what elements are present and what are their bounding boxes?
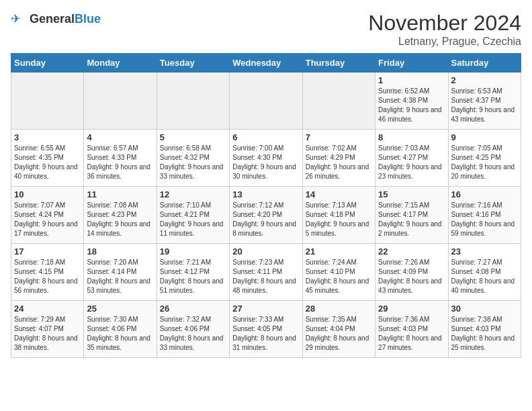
day-number: 20 [232,246,299,257]
calendar-cell: 10Sunrise: 7:07 AM Sunset: 4:24 PM Dayli… [11,187,84,244]
day-info: Sunrise: 7:00 AM Sunset: 4:30 PM Dayligh… [232,144,299,181]
svg-text:✈: ✈ [11,12,21,26]
calendar-cell: 7Sunrise: 7:02 AM Sunset: 4:29 PM Daylig… [302,130,375,187]
calendar-cell: 30Sunrise: 7:38 AM Sunset: 4:03 PM Dayli… [448,301,521,358]
day-header-wednesday: Wednesday [230,54,302,73]
calendar-cell: 20Sunrise: 7:23 AM Sunset: 4:11 PM Dayli… [230,244,302,301]
day-info: Sunrise: 6:58 AM Sunset: 4:32 PM Dayligh… [160,144,226,181]
day-info: Sunrise: 7:24 AM Sunset: 4:10 PM Dayligh… [306,258,372,295]
day-number: 19 [160,246,226,257]
calendar-cell: 1Sunrise: 6:52 AM Sunset: 4:38 PM Daylig… [375,73,448,130]
calendar-cell: 19Sunrise: 7:21 AM Sunset: 4:12 PM Dayli… [157,244,229,301]
calendar-cell: 5Sunrise: 6:58 AM Sunset: 4:32 PM Daylig… [157,130,229,187]
week-row-1: 1Sunrise: 6:52 AM Sunset: 4:38 PM Daylig… [11,73,521,130]
calendar-cell: 8Sunrise: 7:03 AM Sunset: 4:27 PM Daylig… [375,130,448,187]
calendar-cell [230,73,302,130]
day-info: Sunrise: 7:07 AM Sunset: 4:24 PM Dayligh… [14,201,81,238]
day-number: 2 [451,75,518,85]
day-info: Sunrise: 7:32 AM Sunset: 4:06 PM Dayligh… [160,315,226,353]
day-info: Sunrise: 7:03 AM Sunset: 4:27 PM Dayligh… [378,144,445,181]
day-number: 16 [451,189,518,199]
day-info: Sunrise: 7:16 AM Sunset: 4:16 PM Dayligh… [451,201,518,238]
day-info: Sunrise: 7:15 AM Sunset: 4:17 PM Dayligh… [378,201,445,238]
calendar-cell: 22Sunrise: 7:26 AM Sunset: 4:09 PM Dayli… [375,244,448,301]
day-number: 28 [306,304,372,314]
day-number: 11 [87,189,153,199]
day-header-tuesday: Tuesday [157,54,229,73]
calendar-cell: 29Sunrise: 7:36 AM Sunset: 4:03 PM Dayli… [375,301,448,358]
day-header-thursday: Thursday [302,54,375,73]
day-header-monday: Monday [84,54,157,73]
day-header-saturday: Saturday [448,54,521,73]
logo-general: General [30,12,75,26]
calendar-cell [302,73,375,130]
day-info: Sunrise: 7:13 AM Sunset: 4:18 PM Dayligh… [306,201,372,238]
day-number: 14 [306,189,372,199]
day-info: Sunrise: 7:33 AM Sunset: 4:05 PM Dayligh… [232,315,299,353]
day-header-friday: Friday [375,54,448,73]
day-number: 3 [14,132,81,142]
day-info: Sunrise: 7:30 AM Sunset: 4:06 PM Dayligh… [87,315,153,353]
calendar-cell [11,73,84,130]
day-number: 4 [87,132,153,142]
day-info: Sunrise: 6:53 AM Sunset: 4:37 PM Dayligh… [451,87,518,124]
calendar-cell [157,73,229,130]
day-number: 24 [14,304,81,314]
calendar-cell: 11Sunrise: 7:08 AM Sunset: 4:23 PM Dayli… [84,187,157,244]
day-number: 15 [378,189,445,199]
day-number: 1 [378,75,445,85]
day-info: Sunrise: 7:23 AM Sunset: 4:11 PM Dayligh… [232,258,299,295]
day-number: 21 [306,246,372,257]
calendar-cell: 28Sunrise: 7:35 AM Sunset: 4:04 PM Dayli… [302,301,375,358]
day-number: 30 [451,304,518,314]
calendar-cell: 3Sunrise: 6:55 AM Sunset: 4:35 PM Daylig… [11,130,84,187]
day-info: Sunrise: 6:55 AM Sunset: 4:35 PM Dayligh… [14,144,81,181]
calendar-header-row: SundayMondayTuesdayWednesdayThursdayFrid… [11,54,521,73]
calendar-cell: 21Sunrise: 7:24 AM Sunset: 4:10 PM Dayli… [302,244,375,301]
calendar-cell: 12Sunrise: 7:10 AM Sunset: 4:21 PM Dayli… [157,187,229,244]
day-info: Sunrise: 7:27 AM Sunset: 4:08 PM Dayligh… [451,258,518,295]
calendar-table: SundayMondayTuesdayWednesdayThursdayFrid… [11,53,521,358]
calendar-cell: 25Sunrise: 7:30 AM Sunset: 4:06 PM Dayli… [84,301,157,358]
calendar-cell: 4Sunrise: 6:57 AM Sunset: 4:33 PM Daylig… [84,130,157,187]
calendar-cell: 6Sunrise: 7:00 AM Sunset: 4:30 PM Daylig… [230,130,302,187]
logo-blue: Blue [75,12,101,26]
day-number: 27 [232,304,299,314]
calendar-cell [84,73,157,130]
day-info: Sunrise: 7:38 AM Sunset: 4:03 PM Dayligh… [451,315,518,353]
day-info: Sunrise: 7:29 AM Sunset: 4:07 PM Dayligh… [14,315,81,353]
day-info: Sunrise: 7:10 AM Sunset: 4:21 PM Dayligh… [160,201,226,238]
day-number: 18 [87,246,153,257]
calendar-cell: 23Sunrise: 7:27 AM Sunset: 4:08 PM Dayli… [448,244,521,301]
calendar-cell: 24Sunrise: 7:29 AM Sunset: 4:07 PM Dayli… [11,301,84,358]
calendar-cell: 18Sunrise: 7:20 AM Sunset: 4:14 PM Dayli… [84,244,157,301]
calendar-cell: 17Sunrise: 7:18 AM Sunset: 4:15 PM Dayli… [11,244,84,301]
month-title: November 2024 [368,11,521,36]
day-info: Sunrise: 7:12 AM Sunset: 4:20 PM Dayligh… [232,201,299,238]
title-area: November 2024 Letnany, Prague, Czechia [368,11,521,48]
day-number: 23 [451,246,518,257]
logo: ✈ GeneralBlue [11,11,101,27]
day-info: Sunrise: 7:36 AM Sunset: 4:03 PM Dayligh… [378,315,445,353]
calendar-cell: 9Sunrise: 7:05 AM Sunset: 4:25 PM Daylig… [448,130,521,187]
day-info: Sunrise: 7:08 AM Sunset: 4:23 PM Dayligh… [87,201,153,238]
day-number: 29 [378,304,445,314]
day-info: Sunrise: 7:20 AM Sunset: 4:14 PM Dayligh… [87,258,153,295]
day-info: Sunrise: 7:21 AM Sunset: 4:12 PM Dayligh… [160,258,226,295]
calendar-cell: 26Sunrise: 7:32 AM Sunset: 4:06 PM Dayli… [157,301,229,358]
day-number: 7 [306,132,372,142]
logo-icon: ✈ [11,11,27,27]
day-number: 22 [378,246,445,257]
day-header-sunday: Sunday [11,54,84,73]
calendar-cell: 27Sunrise: 7:33 AM Sunset: 4:05 PM Dayli… [230,301,302,358]
calendar-cell: 2Sunrise: 6:53 AM Sunset: 4:37 PM Daylig… [448,73,521,130]
day-number: 9 [451,132,518,142]
calendar-cell: 14Sunrise: 7:13 AM Sunset: 4:18 PM Dayli… [302,187,375,244]
day-info: Sunrise: 7:26 AM Sunset: 4:09 PM Dayligh… [378,258,445,295]
day-info: Sunrise: 6:57 AM Sunset: 4:33 PM Dayligh… [87,144,153,181]
day-info: Sunrise: 7:18 AM Sunset: 4:15 PM Dayligh… [14,258,81,295]
calendar-cell: 15Sunrise: 7:15 AM Sunset: 4:17 PM Dayli… [375,187,448,244]
header: ✈ GeneralBlue November 2024 Letnany, Pra… [11,11,521,48]
day-number: 5 [160,132,226,142]
day-number: 25 [87,304,153,314]
